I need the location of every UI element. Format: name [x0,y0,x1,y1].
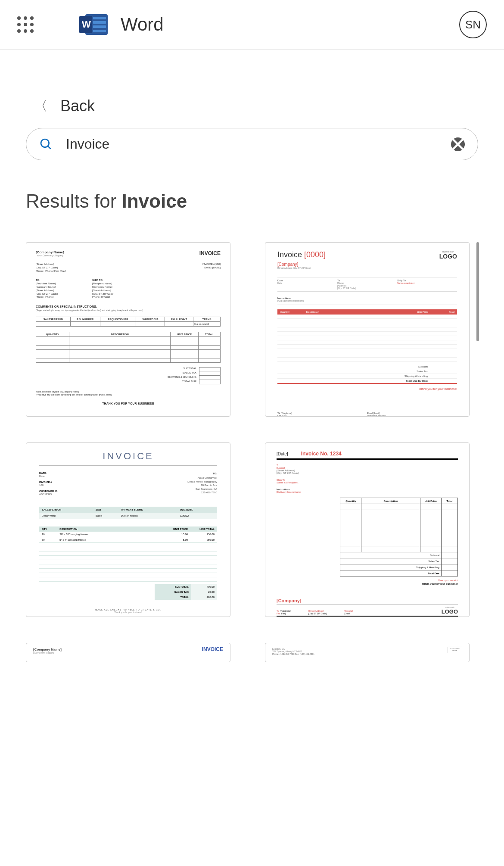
template-card[interactable]: INVOICE DATE:Date INVOICE #100 CUSTOMER … [26,442,230,617]
word-logo-icon: W [85,14,108,35]
app-launcher-icon[interactable] [17,16,34,33]
search-field[interactable] [26,128,478,160]
back-button[interactable]: 〈 Back [34,97,478,115]
clear-search-button[interactable] [451,137,465,151]
search-icon [39,137,53,151]
chevron-left-icon: 〈 [34,97,47,115]
close-icon [451,137,465,151]
app-name: Word [121,14,164,35]
template-card[interactable]: [Date]Invoice No. 1234 To[Name][Street A… [265,442,470,617]
svg-line-1 [48,146,51,149]
results-heading: Results for Invoice [26,190,478,212]
template-thumbnail: [Date]Invoice No. 1234 To[Name][Street A… [265,443,469,617]
svg-point-0 [41,139,49,147]
app-header: W Word SN [0,0,504,50]
search-input[interactable] [66,136,438,152]
content-area: 〈 Back Results for Invoice [Company Name… [0,50,504,679]
template-thumbnail: Invoice [0000] [Company] [Street Address… [265,243,469,416]
user-avatar[interactable]: SN [459,11,487,38]
template-thumbnail: [Company Name] [Your Company Slogan] INV… [26,243,230,416]
template-grid: [Company Name] [Your Company Slogan] INV… [26,242,478,617]
template-card[interactable]: [Company Name] [Company slogan] INVOICE [26,643,230,662]
partial-templates: [Company Name] [Company slogan] INVOICE … [26,643,478,662]
scrollbar[interactable] [476,242,479,341]
template-card[interactable]: Invoice [0000] [Company] [Street Address… [265,242,470,417]
template-thumbnail: INVOICE DATE:Date INVOICE #100 CUSTOMER … [26,443,230,617]
template-card[interactable]: [Company Name] [Your Company Slogan] INV… [26,242,230,417]
back-label: Back [60,97,95,115]
template-card[interactable]: YOUR LOGOHERE Location, GA TEL Tyrance, … [265,643,470,662]
